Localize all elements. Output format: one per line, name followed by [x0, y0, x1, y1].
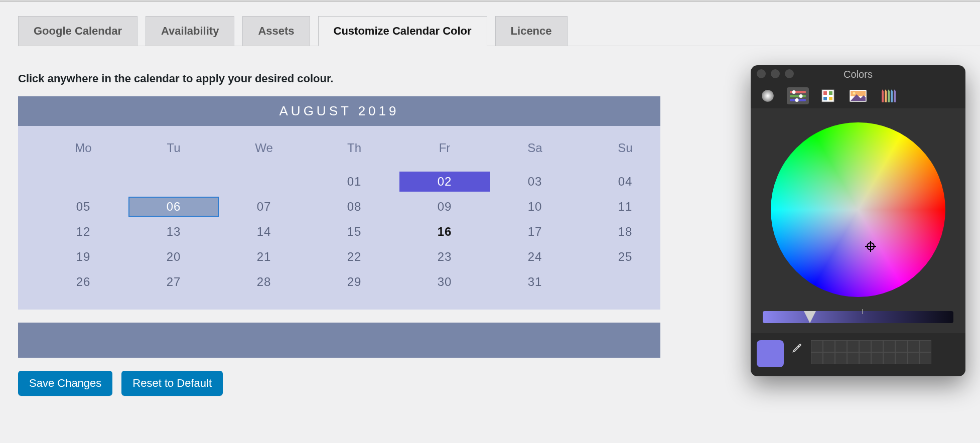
reset-button[interactable]: Reset to Default: [121, 371, 223, 396]
calendar-day-cell[interactable]: 28: [219, 269, 309, 294]
color-well[interactable]: [919, 340, 931, 352]
current-color-swatch[interactable]: [757, 340, 784, 367]
tab-google-calendar[interactable]: Google Calendar: [18, 16, 137, 46]
color-well[interactable]: [871, 340, 883, 352]
calendar-day[interactable]: 03: [490, 172, 580, 192]
calendar-day-cell[interactable]: 15: [309, 219, 399, 244]
color-well[interactable]: [835, 352, 847, 364]
calendar-day[interactable]: 12: [38, 222, 128, 242]
color-well[interactable]: [871, 352, 883, 364]
calendar-day-cell[interactable]: 19: [38, 244, 128, 269]
calendar-day-cell[interactable]: 31: [490, 269, 580, 294]
calendar-day[interactable]: 14: [219, 222, 309, 242]
color-well[interactable]: [895, 340, 907, 352]
calendar-day[interactable]: 28: [219, 272, 309, 292]
brightness-slider[interactable]: [763, 311, 953, 323]
calendar-day[interactable]: 05: [38, 197, 128, 217]
calendar-day-cell[interactable]: 07: [219, 194, 309, 219]
color-wheel[interactable]: [771, 122, 945, 297]
calendar-day[interactable]: 25: [580, 247, 670, 267]
calendar-day[interactable]: 10: [490, 197, 580, 217]
color-picker-window[interactable]: Colors: [751, 65, 965, 376]
calendar-day-cell[interactable]: 17: [490, 219, 580, 244]
calendar-day[interactable]: 18: [580, 222, 670, 242]
calendar-day-cell[interactable]: 26: [38, 269, 128, 294]
color-well[interactable]: [919, 352, 931, 364]
calendar-day-cell[interactable]: 20: [128, 244, 219, 269]
picker-tab-image-icon[interactable]: [847, 87, 869, 104]
calendar-day-cell[interactable]: 12: [38, 219, 128, 244]
picker-tab-palette-icon[interactable]: [817, 87, 839, 104]
calendar-day-cell[interactable]: 25: [580, 244, 670, 269]
calendar-body[interactable]: MoTuWeThFrSaSu01020304050607080910111213…: [18, 126, 660, 310]
color-well[interactable]: [883, 340, 895, 352]
calendar-day-cell[interactable]: 30: [399, 269, 490, 294]
calendar-day-cell[interactable]: 10: [490, 194, 580, 219]
calendar-day-cell[interactable]: 14: [219, 219, 309, 244]
calendar-day-cell[interactable]: 05: [38, 194, 128, 219]
calendar-day-cell[interactable]: 24: [490, 244, 580, 269]
calendar-day-cell[interactable]: 18: [580, 219, 670, 244]
window-minimize-icon[interactable]: [771, 69, 780, 78]
calendar-day[interactable]: 07: [219, 197, 309, 217]
calendar-day[interactable]: 11: [580, 197, 670, 217]
calendar-day[interactable]: 20: [128, 247, 219, 267]
color-well[interactable]: [859, 352, 871, 364]
calendar-day[interactable]: 24: [490, 247, 580, 267]
tab-customize-calendar-color[interactable]: Customize Calendar Color: [318, 16, 487, 46]
color-well[interactable]: [847, 340, 859, 352]
picker-tab-sliders-icon[interactable]: [787, 87, 809, 104]
calendar-day[interactable]: 06: [128, 197, 219, 217]
calendar-day[interactable]: 04: [580, 172, 670, 192]
calendar-day[interactable]: 23: [399, 247, 490, 267]
calendar-day-cell[interactable]: 08: [309, 194, 399, 219]
window-close-icon[interactable]: [757, 69, 766, 78]
calendar-day-cell[interactable]: 27: [128, 269, 219, 294]
window-zoom-icon[interactable]: [785, 69, 794, 78]
tab-licence[interactable]: Licence: [495, 16, 568, 46]
color-well[interactable]: [835, 340, 847, 352]
color-well[interactable]: [895, 352, 907, 364]
calendar-day-cell[interactable]: 06: [128, 194, 219, 219]
calendar-day[interactable]: 30: [399, 272, 490, 292]
calendar-day[interactable]: 31: [490, 272, 580, 292]
save-button[interactable]: Save Changes: [18, 371, 112, 396]
calendar-day[interactable]: 02: [399, 172, 490, 192]
calendar-day-cell[interactable]: 09: [399, 194, 490, 219]
calendar-day-cell[interactable]: 02: [399, 169, 490, 194]
calendar-day[interactable]: 13: [128, 222, 219, 242]
color-well[interactable]: [907, 340, 919, 352]
calendar-day[interactable]: 15: [309, 222, 399, 242]
calendar-day-cell[interactable]: 11: [580, 194, 670, 219]
tab-availability[interactable]: Availability: [146, 16, 234, 46]
calendar-day-cell[interactable]: 03: [490, 169, 580, 194]
color-well[interactable]: [811, 340, 823, 352]
calendar-day[interactable]: 08: [309, 197, 399, 217]
calendar-day-cell[interactable]: 23: [399, 244, 490, 269]
calendar-day-cell[interactable]: 13: [128, 219, 219, 244]
calendar-day[interactable]: 26: [38, 272, 128, 292]
tab-assets[interactable]: Assets: [242, 16, 310, 46]
color-well[interactable]: [811, 352, 823, 364]
slider-knob[interactable]: [804, 311, 816, 323]
calendar-day[interactable]: 01: [309, 172, 399, 192]
color-well[interactable]: [823, 340, 835, 352]
color-well[interactable]: [847, 352, 859, 364]
calendar-day[interactable]: 16: [399, 222, 490, 242]
color-picker-titlebar[interactable]: Colors: [751, 65, 965, 83]
color-well[interactable]: [859, 340, 871, 352]
calendar-day[interactable]: 19: [38, 247, 128, 267]
picker-tab-pencils-icon[interactable]: [877, 87, 899, 104]
calendar-day[interactable]: 27: [128, 272, 219, 292]
calendar-day-cell[interactable]: 22: [309, 244, 399, 269]
calendar-day-cell[interactable]: 16: [399, 219, 490, 244]
color-well[interactable]: [907, 352, 919, 364]
calendar-day-cell[interactable]: 29: [309, 269, 399, 294]
color-well[interactable]: [823, 352, 835, 364]
color-well[interactable]: [883, 352, 895, 364]
calendar-day[interactable]: 17: [490, 222, 580, 242]
calendar-day[interactable]: 09: [399, 197, 490, 217]
calendar-day[interactable]: 21: [219, 247, 309, 267]
calendar-day-cell[interactable]: 04: [580, 169, 670, 194]
calendar-day[interactable]: 29: [309, 272, 399, 292]
